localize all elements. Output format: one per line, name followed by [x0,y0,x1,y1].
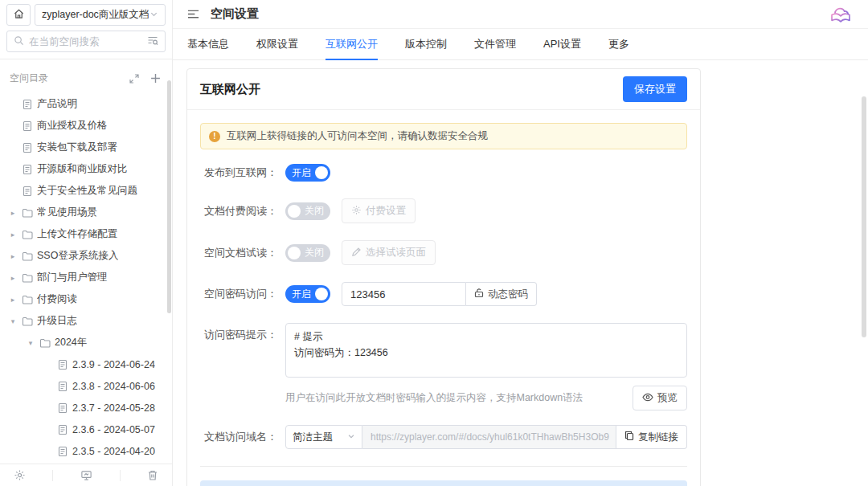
tree-item[interactable]: ▸上传文件存储配置 [0,223,172,245]
password-hint-textarea[interactable]: # 提示 访问密码为：123456 [285,323,687,378]
tree-item[interactable]: 安装包下载及部署 [0,137,172,158]
select-trial-pages-button[interactable]: 选择试读页面 [342,240,436,265]
advanced-search-icon[interactable] [147,35,158,48]
publish-switch[interactable]: 开启 [285,164,330,182]
catalog-header: 空间目录 [0,59,172,90]
tab-5[interactable]: API设置 [543,29,581,60]
main-scrollbar-thumb[interactable] [862,96,866,337]
tree-item-label: 部门与用户管理 [37,271,108,284]
tree-item[interactable]: ▸付费阅读 [0,288,172,310]
tree-item-label: 关于安全性及常见问题 [37,184,137,198]
caret-icon[interactable]: ▾ [26,339,35,347]
tree-item-label: 2024年 [55,336,87,349]
tree-item[interactable]: 2.3.8 - 2024-06-06 [0,375,172,397]
trash-icon[interactable] [147,469,158,481]
home-button[interactable] [6,4,31,26]
content-area: 互联网公开 保存设置 ! 互联网上获得链接的人可访问本空间，请确认数据安全合规 … [173,60,868,486]
trial-read-switch[interactable]: 关闭 [285,244,330,262]
internet-public-panel: 互联网公开 保存设置 ! 互联网上获得链接的人可访问本空间，请确认数据安全合规 … [186,68,701,486]
expand-all-icon[interactable] [129,74,139,84]
caret-icon[interactable]: ▾ [8,317,18,325]
doc-icon [22,186,33,197]
space-select-value: zyplayer-doc商业版文档 [42,8,149,22]
eye-icon [642,393,653,404]
dynamic-password-button[interactable]: 动态密码 [466,282,537,306]
switch-on-label: 开启 [288,166,315,180]
gear-icon [351,205,362,218]
footer-divider [52,470,53,481]
search-box [6,31,166,52]
caret-icon[interactable]: ▸ [8,231,18,239]
theme-select[interactable]: 简洁主题 [285,425,362,449]
doc-icon [57,359,68,370]
tab-6[interactable]: 更多 [608,29,629,60]
tree-item-label: 2.3.5 - 2024-04-20 [72,446,155,457]
tree-item[interactable]: 开源版和商业版对比 [0,158,172,180]
doc-icon [57,424,68,435]
tab-3[interactable]: 版本控制 [405,29,447,60]
tree-item[interactable]: ▸SSO登录系统接入 [0,245,172,267]
tree-item-label: 开源版和商业版对比 [37,162,128,176]
password-input[interactable] [342,282,466,306]
password-access-row: 空间密码访问： 开启 [200,282,687,306]
paid-settings-label: 付费设置 [366,204,406,218]
space-select[interactable]: zyplayer-doc商业版文档 [35,4,166,26]
tree-item[interactable]: ▾2024年 [0,332,172,353]
caret-icon[interactable]: ▸ [8,209,18,217]
doc-icon [57,381,68,392]
collapse-menu-icon[interactable] [187,9,199,19]
footer-divider [120,470,121,481]
tree-item[interactable]: 2.3.7 - 2024-05-28 [0,397,172,419]
tab-1[interactable]: 权限设置 [256,29,298,60]
switch-on-label: 开启 [288,288,315,301]
tab-2[interactable]: 互联网公开 [326,29,378,60]
tree-item[interactable]: 2.3.5 - 2024-04-20 [0,440,172,462]
tree-item[interactable]: 2.3.6 - 2024-05-07 [0,419,172,440]
search-icon [14,35,24,48]
save-settings-button[interactable]: 保存设置 [623,76,687,102]
tree-item[interactable]: ▸常见使用场景 [0,202,172,223]
tree-item[interactable]: 2.3.9 - 2024-06-24 [0,353,172,375]
tab-4[interactable]: 文件管理 [474,29,516,60]
password-access-switch[interactable]: 开启 [285,285,330,303]
tab-0[interactable]: 基本信息 [187,29,229,60]
folder-icon [22,207,33,218]
paid-settings-button[interactable]: 付费设置 [342,198,416,223]
folder-icon [22,294,33,305]
caret-icon[interactable]: ▸ [8,252,18,260]
caret-icon[interactable]: ▸ [8,296,18,304]
lock-icon [474,288,484,300]
publish-row: 发布到互联网： 开启 [200,164,687,182]
tree-item-label: SSO登录系统接入 [37,249,118,263]
publish-label: 发布到互联网： [200,165,277,180]
tree-item[interactable]: ▸部门与用户管理 [0,267,172,288]
tree-item[interactable]: 产品说明 [0,93,172,115]
add-doc-icon[interactable] [150,73,161,84]
presentation-icon[interactable] [80,469,92,481]
dynamic-password-label: 动态密码 [488,288,528,301]
select-trial-pages-label: 选择试读页面 [366,246,426,259]
sidebar-top: zyplayer-doc商业版文档 [0,0,172,52]
domain-row: 文档访问域名： 简洁主题 https://zyplayer.com/#/docs… [200,425,687,449]
tree-item[interactable]: 商业授权及价格 [0,115,172,137]
copy-link-button[interactable]: 复制链接 [616,425,687,449]
tree-item-label: 2.3.8 - 2024-06-06 [72,381,155,392]
preview-button[interactable]: 预览 [633,386,687,410]
tree-item[interactable]: 关于安全性及常见问题 [0,180,172,202]
caret-icon[interactable]: ▸ [8,274,18,282]
folder-icon [22,316,33,327]
search-input[interactable] [29,36,142,47]
tree-item[interactable]: ▾升级日志 [0,310,172,332]
sidebar-scrollbar-thumb[interactable] [167,80,171,313]
switch-off-label: 关闭 [301,204,328,218]
warning-icon: ! [209,131,220,142]
tree-item-label: 付费阅读 [37,292,77,306]
folder-icon [22,229,33,240]
settings-icon[interactable] [14,469,26,481]
warning-text: 互联网上获得链接的人可访问本空间，请确认数据安全合规 [227,129,488,143]
hint-preview-row: 用户在访问此开放文档时密码输入的提示内容，支持Markdown语法 预览 [200,386,687,410]
paid-read-switch[interactable]: 关闭 [285,202,330,220]
trial-read-label: 空间文档试读： [200,246,277,260]
folder-icon [22,272,33,284]
doc-icon [22,99,33,110]
